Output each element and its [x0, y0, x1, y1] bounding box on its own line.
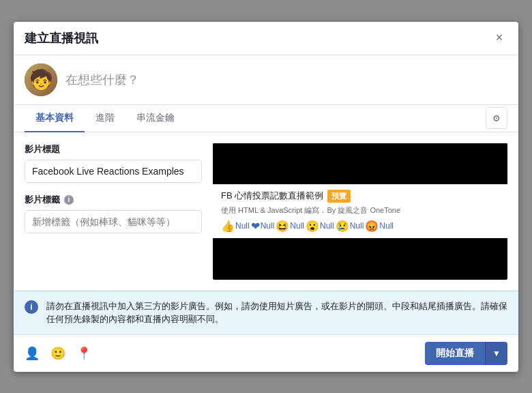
tab-basic-info[interactable]: 基本資料	[25, 105, 85, 132]
reaction-item: 👍Null	[221, 220, 250, 233]
preview-badge: 預覽	[327, 190, 351, 203]
info-bar-icon: i	[25, 300, 38, 314]
preview-bottom-bar	[213, 238, 507, 252]
video-title-input[interactable]	[25, 160, 202, 183]
video-tags-section: 影片標籤 i	[25, 194, 202, 233]
preview-subtitle: 使用 HTML & JavaScript 編寫．By 旋風之音 OneTone	[221, 205, 499, 216]
video-title-section: 影片標題	[25, 143, 202, 183]
person-icon[interactable]: 👤	[25, 346, 40, 361]
info-bar-text: 請勿在直播視訊中加入第三方的影片廣告。例如，請勿使用短片廣告，或在影片的開頭、中…	[46, 300, 507, 326]
modal-footer: 👤 🙂 📍 開始直播 ▼	[14, 334, 518, 372]
start-live-button[interactable]: 開始直播	[425, 342, 485, 365]
tabs-bar: 基本資料 進階 串流金鑰 ⚙	[14, 105, 518, 132]
avatar: 🧒	[25, 63, 57, 96]
video-title-label: 影片標題	[25, 143, 202, 156]
modal-header: 建立直播視訊 ×	[14, 22, 518, 55]
left-panel: 影片標題 影片標籤 i	[25, 143, 202, 280]
user-bar: 🧒 在想些什麼？	[14, 55, 518, 105]
avatar-image: 🧒	[25, 63, 57, 96]
info-bar: i 請勿在直播視訊中加入第三方的影片廣告。例如，請勿使用短片廣告，或在影片的開頭…	[14, 291, 518, 334]
status-placeholder[interactable]: 在想些什麼？	[65, 72, 139, 88]
emoji-icon[interactable]: 🙂	[50, 346, 65, 361]
modal-title: 建立直播視訊	[25, 30, 98, 46]
reaction-item: 😡Null	[365, 220, 394, 233]
video-tags-input[interactable]	[25, 210, 202, 233]
settings-button[interactable]: ⚙	[486, 107, 507, 129]
location-icon[interactable]: 📍	[76, 346, 91, 361]
close-button[interactable]: ×	[491, 30, 507, 46]
reaction-item: 😢Null	[336, 220, 364, 233]
reaction-item: 😆Null	[276, 220, 304, 233]
modal: 建立直播視訊 × 🧒 在想些什麼？ 基本資料 進階 串流金鑰 ⚙	[14, 22, 518, 372]
video-tags-label: 影片標籤 i	[25, 194, 202, 206]
preview-title-row: FB 心情投票記數直播範例 預覽	[221, 190, 499, 203]
tab-stream-key[interactable]: 串流金鑰	[125, 105, 186, 132]
reaction-item: ❤Null	[251, 220, 275, 233]
start-live-dropdown-button[interactable]: ▼	[485, 342, 507, 365]
tab-advanced[interactable]: 進階	[85, 105, 125, 132]
modal-overlay: 建立直播視訊 × 🧒 在想些什麼？ 基本資料 進階 串流金鑰 ⚙	[0, 0, 532, 393]
gear-icon: ⚙	[492, 113, 501, 123]
info-icon: i	[64, 195, 74, 205]
preview-top-bar	[213, 143, 507, 184]
reactions-row: 👍Null❤Null😆Null😮Null😢Null😡Null	[221, 220, 499, 233]
preview-title: FB 心情投票記數直播範例	[221, 190, 323, 202]
start-live-button-group: 開始直播 ▼	[425, 342, 507, 365]
footer-icons: 👤 🙂 📍	[25, 346, 91, 361]
preview-content: FB 心情投票記數直播範例 預覽 使用 HTML & JavaScript 編寫…	[213, 184, 507, 238]
content-area: 影片標題 影片標籤 i FB 心情投票記數直播範例 預覽	[14, 132, 518, 291]
preview-panel: FB 心情投票記數直播範例 預覽 使用 HTML & JavaScript 編寫…	[213, 143, 507, 280]
reaction-item: 😮Null	[306, 220, 334, 233]
